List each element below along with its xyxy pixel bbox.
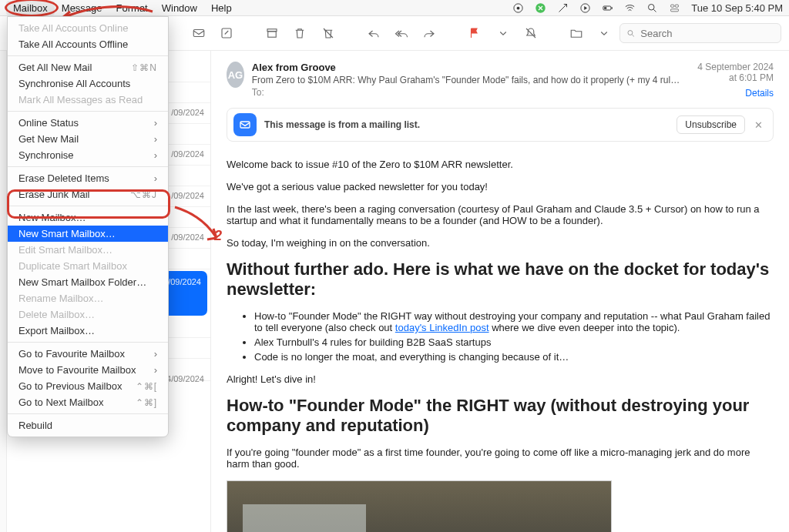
unsubscribe-button[interactable]: Unsubscribe	[677, 115, 745, 134]
svg-rect-10	[671, 8, 679, 11]
svg-point-1	[517, 6, 520, 9]
mute-button[interactable]	[519, 22, 543, 45]
mailbox-menu-dropdown: Take All Accounts OnlineTake All Account…	[7, 16, 169, 437]
sender-avatar: AG	[227, 62, 244, 88]
menubar-message[interactable]: Message	[55, 1, 109, 15]
edit-button[interactable]	[214, 22, 239, 45]
body-paragraph: So today, I'm weighing in on the convers…	[227, 237, 774, 249]
message-subject: From Zero to $10M ARR: Why Paul Graham's…	[252, 75, 683, 85]
forward-button[interactable]	[417, 22, 442, 45]
menu-item-export-mailbox[interactable]: Export Mailbox…	[8, 323, 168, 339]
search-field[interactable]	[619, 23, 781, 43]
menu-item-take-all-accounts-online: Take All Accounts Online	[8, 20, 168, 36]
status-icon	[512, 2, 524, 14]
svg-rect-17	[240, 122, 250, 128]
menu-item-get-all-new-mail[interactable]: Get All New Mail⇧⌘N	[8, 59, 168, 75]
svg-rect-9	[675, 5, 678, 7]
menu-item-go-to-favourite-mailbox[interactable]: Go to Favourite Mailbox›	[8, 346, 168, 362]
svg-rect-8	[671, 5, 674, 7]
body-paragraph: If you're going "founder mode" as a firs…	[227, 447, 774, 470]
reply-all-button[interactable]	[389, 22, 414, 45]
body-paragraph: We've got a serious value packed newslet…	[227, 181, 774, 192]
menu-item-move-to-favourite-mailbox[interactable]: Move to Favourite Mailbox›	[8, 362, 168, 378]
mailing-list-bar: This message is from a mailing list. Uns…	[227, 108, 774, 142]
wifi-icon	[624, 2, 636, 14]
body-list-item: Alex Turnbull's 4 rules for building B2B…	[254, 336, 774, 348]
flag-button[interactable]	[462, 22, 487, 45]
mailbox-sidebar	[0, 51, 7, 532]
move-button[interactable]	[564, 22, 589, 45]
menu-item-online-status[interactable]: Online Status›	[8, 115, 168, 131]
body-paragraph: Welcome back to issue #10 of the Zero to…	[227, 159, 774, 170]
menu-item-rename-mailbox: Rename Mailbox…	[8, 290, 168, 306]
mailing-list-text: This message is from a mailing list.	[264, 119, 420, 130]
svg-point-7	[649, 4, 655, 10]
flag-menu-button[interactable]	[491, 22, 515, 45]
message-body: Welcome back to issue #10 of the Zero to…	[227, 159, 774, 532]
svg-rect-6	[604, 7, 606, 9]
menubar-window[interactable]: Window	[155, 1, 204, 15]
menu-item-edit-smart-mailbox: Edit Smart Mailbox…	[8, 242, 168, 258]
app-icon	[535, 2, 546, 14]
play-icon	[579, 2, 591, 14]
menubar-status-area: Tue 10 Sep 5:40 PM	[512, 2, 783, 14]
mailing-list-icon	[233, 113, 257, 136]
embedded-image	[227, 480, 612, 532]
menu-item-new-smart-mailbox[interactable]: New Smart Mailbox…	[8, 226, 168, 242]
svg-point-16	[628, 30, 633, 35]
menubar-clock: Tue 10 Sep 5:40 PM	[691, 2, 783, 14]
body-heading: How-to "Founder Mode" the RIGHT way (wit…	[227, 396, 774, 436]
message-header: AG Alex from Groove From Zero to $10M AR…	[227, 62, 774, 99]
message-date: 4 September 2024 at 6:01 PM	[691, 62, 774, 83]
svg-rect-15	[268, 32, 277, 38]
menu-item-synchronise-all-accounts[interactable]: Synchronise All Accounts	[8, 75, 168, 92]
menu-item-new-smart-mailbox-folder[interactable]: New Smart Mailbox Folder…	[8, 274, 168, 290]
menu-item-go-to-previous-mailbox[interactable]: Go to Previous Mailbox⌃⌘[	[8, 378, 168, 394]
body-list-item: How-to "Founder Mode" the RIGHT way with…	[254, 310, 774, 333]
battery-icon	[602, 2, 613, 14]
body-paragraph: In the last week, there's been a raging …	[227, 203, 774, 226]
delete-button[interactable]	[287, 22, 312, 45]
body-paragraph: Alright! Let's dive in!	[227, 373, 774, 385]
junk-button[interactable]	[315, 22, 340, 45]
menu-item-go-to-next-mailbox[interactable]: Go to Next Mailbox⌃⌘]	[8, 394, 168, 410]
body-list-item: Code is no longer the moat, and everythi…	[254, 351, 774, 363]
menu-item-mark-all-messages-as-read: Mark All Messages as Read	[8, 92, 168, 108]
tool-icon	[557, 2, 569, 14]
body-heading: Without further ado. Here is what we hav…	[227, 259, 774, 299]
menubar-help[interactable]: Help	[204, 1, 239, 15]
reply-button[interactable]	[361, 22, 386, 45]
to-label: To:	[252, 87, 683, 98]
svg-rect-5	[612, 7, 613, 9]
message-reader[interactable]: AG Alex from Groove From Zero to $10M AR…	[211, 51, 789, 532]
system-menubar: Mailbox Message Format Window Help Tue 1…	[0, 0, 789, 16]
spotlight-icon[interactable]	[646, 2, 658, 14]
linkedin-post-link[interactable]: today's LinkedIn post	[395, 322, 489, 333]
dismiss-bar-icon[interactable]: ✕	[750, 116, 767, 133]
compose-button[interactable]	[186, 22, 211, 45]
move-menu-button[interactable]	[592, 22, 616, 45]
sender-name: Alex from Groove	[252, 62, 683, 73]
menubar-format[interactable]: Format	[109, 1, 155, 15]
svg-rect-12	[193, 30, 204, 37]
menu-item-delete-mailbox: Delete Mailbox…	[8, 306, 168, 323]
menu-item-new-mailbox[interactable]: New Mailbox…	[8, 209, 168, 226]
menubar-mailbox[interactable]: Mailbox	[6, 1, 55, 15]
menu-item-duplicate-smart-mailbox: Duplicate Smart Mailbox	[8, 258, 168, 274]
archive-button[interactable]	[260, 22, 284, 45]
details-link[interactable]: Details	[745, 88, 774, 99]
menu-item-erase-deleted-items[interactable]: Erase Deleted Items›	[8, 170, 168, 186]
annotation-label-2: 2	[214, 228, 222, 244]
menu-item-synchronise[interactable]: Synchronise›	[8, 147, 168, 163]
search-icon	[626, 28, 636, 38]
body-list: How-to "Founder Mode" the RIGHT way with…	[254, 310, 774, 363]
menu-item-erase-junk-mail[interactable]: Erase Junk Mail⌥⌘J	[8, 186, 168, 202]
search-input[interactable]	[640, 28, 774, 39]
menu-item-get-new-mail[interactable]: Get New Mail›	[8, 131, 168, 147]
menu-item-rebuild[interactable]: Rebuild	[8, 417, 168, 433]
menu-item-take-all-accounts-offline[interactable]: Take All Accounts Offline	[8, 36, 168, 52]
control-center-icon[interactable]	[669, 2, 680, 14]
